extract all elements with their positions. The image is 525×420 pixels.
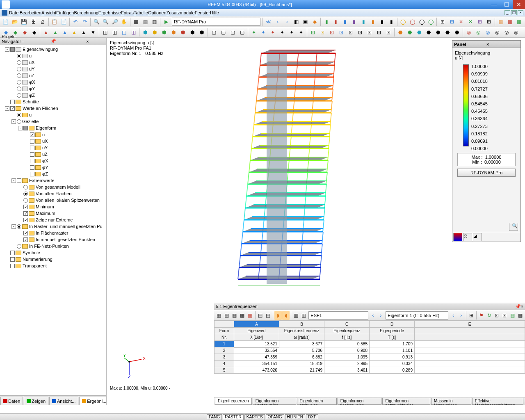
print-icon[interactable]: 🖨 <box>38 17 47 26</box>
view-1-icon[interactable]: ▦ <box>132 17 141 26</box>
tb2-12-icon[interactable]: ◫ <box>110 28 119 37</box>
results-form-dropdown[interactable]: Eigenform 1 (f : 0.585 Hz) <box>386 311 448 320</box>
rt-15-icon[interactable]: ⊡ <box>493 311 501 320</box>
tb2-27-icon[interactable]: ✦ <box>259 28 268 37</box>
tree-item[interactable]: u <box>0 52 106 59</box>
tree-item[interactable]: uZ <box>0 151 106 158</box>
navigator-tree[interactable]: -EigenschwingunguuXuYuZφXφYφZSchnitte-We… <box>0 45 106 395</box>
paste-icon[interactable]: 📄 <box>59 17 68 26</box>
tree-item[interactable]: u <box>0 131 106 138</box>
tb-x2-icon[interactable]: ▮ <box>387 17 396 26</box>
nav-tab-1[interactable]: Zeigen <box>24 397 48 405</box>
rt-16-icon[interactable]: ⊡ <box>501 311 508 320</box>
rt-13-icon[interactable]: ⚑ <box>478 311 485 320</box>
results-tab-6[interactable]: Effektive Modalmassenfaktoren <box>472 398 523 405</box>
panel-close-icon[interactable]: × <box>486 42 519 47</box>
tree-item[interactable]: -Extremwerte <box>0 177 106 184</box>
panel-tab-3-icon[interactable]: ◢ <box>473 233 482 241</box>
tree-item[interactable]: In Flächenraster <box>0 230 106 236</box>
rt-8-icon[interactable]: ◗ <box>274 311 282 320</box>
tree-item[interactable]: φY <box>0 164 106 171</box>
tb-x1-icon[interactable]: ▮ <box>378 17 387 26</box>
tb2-25-icon[interactable]: ▢ <box>237 28 247 37</box>
rt-next-icon[interactable]: › <box>377 311 384 320</box>
tb-m1-icon[interactable]: ⊞ <box>438 17 447 26</box>
panel-zoom-icon[interactable]: 🔍 <box>509 223 518 231</box>
tree-item[interactable]: Transparent <box>0 262 106 269</box>
tb-m3-icon[interactable]: ✕ <box>457 17 466 26</box>
tb2-51-icon[interactable]: ◎ <box>493 28 502 37</box>
tb2-46-icon[interactable]: ⬣ <box>443 28 452 37</box>
results-tab-2[interactable]: Eigenformen stabweise <box>297 398 337 405</box>
tb-end2-icon[interactable]: ▦ <box>506 17 515 26</box>
tree-item[interactable]: uY <box>0 144 106 151</box>
zoom-all-icon[interactable]: 🔎 <box>110 17 119 26</box>
tb2-43-icon[interactable]: ⬣ <box>415 28 424 37</box>
tb2-53-icon[interactable]: ◎ <box>511 28 520 37</box>
tb2-13-icon[interactable]: ◫ <box>119 28 128 37</box>
tb2-5-icon[interactable]: ▲ <box>41 28 50 37</box>
rt-6-icon[interactable]: ▤ <box>256 311 264 320</box>
menu-tabelle[interactable]: Tabelle <box>134 10 148 15</box>
panel-tab-2-icon[interactable]: ⚖ <box>463 233 472 241</box>
rt-prev2-icon[interactable]: ‹ <box>450 311 457 320</box>
menu-berechnung[interactable]: Berechnung <box>74 10 98 15</box>
tb2-40-icon[interactable]: ⊡ <box>384 28 393 37</box>
save-all-icon[interactable]: 🗄 <box>29 17 38 26</box>
tb2-18-icon[interactable]: ⬢ <box>169 28 178 37</box>
tree-item[interactable]: -Eigenschwingung <box>0 46 106 52</box>
tb2-41-icon[interactable]: ⬣ <box>396 28 405 37</box>
tb-orange-icon[interactable]: ◆ <box>310 17 320 26</box>
rt-14-icon[interactable]: ↻ <box>486 311 493 320</box>
navigator-pin-icon[interactable]: 📌 <box>36 39 71 44</box>
tb2-11-icon[interactable]: ◫ <box>100 28 110 37</box>
tb2-49-icon[interactable]: ◎ <box>474 28 483 37</box>
tb-cube-icon[interactable]: ◧ <box>292 17 301 26</box>
tree-item[interactable]: uY <box>0 66 106 72</box>
tb2-37-icon[interactable]: ⊡ <box>356 28 365 37</box>
results-pin-icon[interactable]: 📌 <box>515 304 521 309</box>
mdi-minimize-button[interactable]: _ <box>504 10 510 15</box>
tb2-33-icon[interactable]: ⊡ <box>318 28 327 37</box>
tb-p1-icon[interactable]: ▮ <box>350 17 359 26</box>
tree-item[interactable]: Von allen Flächen <box>0 190 106 197</box>
rt-1-icon[interactable]: ▦ <box>215 311 223 320</box>
status-kartes[interactable]: KARTES <box>244 414 265 420</box>
viewport-3d[interactable]: Eigenschwingung u [-] RF-DYNAM Pro FA1 E… <box>107 38 525 405</box>
tree-item[interactable]: φX <box>0 79 106 85</box>
tb2-52-icon[interactable]: ◎ <box>502 28 511 37</box>
tb2-9-icon[interactable]: ▲ <box>79 28 88 37</box>
panel-module-button[interactable]: RF-DYNAM Pro <box>457 169 516 177</box>
tree-item[interactable]: Nummerierung <box>0 256 106 262</box>
mdi-close-button[interactable]: × <box>518 10 523 15</box>
nav-tab-0[interactable]: Daten <box>0 397 23 405</box>
tb2-29-icon[interactable]: ✦ <box>278 28 287 37</box>
nav-next-icon[interactable]: › <box>283 17 292 26</box>
tb2-14-icon[interactable]: ◫ <box>129 28 138 37</box>
rt-3-icon[interactable]: ▦ <box>231 311 238 320</box>
tb2-39-icon[interactable]: ⊡ <box>374 28 383 37</box>
tree-item[interactable]: -Gezielte <box>0 118 106 125</box>
status-raster[interactable]: RASTER <box>223 414 244 420</box>
status-hlinien[interactable]: HLINIEN <box>285 414 305 420</box>
rt-7-icon[interactable]: ▤ <box>264 311 272 320</box>
tree-item[interactable]: φX <box>0 158 106 164</box>
nav-tab-2[interactable]: Ansicht... <box>49 397 78 405</box>
rt-5-icon[interactable]: ▦ <box>247 311 254 320</box>
results-case-dropdown[interactable]: ESF1 <box>308 311 368 320</box>
tree-item[interactable]: Symbole <box>0 249 106 256</box>
copy-icon[interactable]: 📋 <box>50 17 59 26</box>
tree-item[interactable]: uX <box>0 138 106 144</box>
tb2-21-icon[interactable]: ⬢ <box>197 28 206 37</box>
tree-item[interactable]: -Eigenform <box>0 125 106 131</box>
tb2-7-icon[interactable]: ▲ <box>60 28 69 37</box>
results-tab-0[interactable]: Eigenfrequenzen <box>215 398 252 405</box>
tree-item[interactable]: In manuell gesetzten Punkten <box>0 236 106 243</box>
open-file-icon[interactable]: 📂 <box>11 17 20 26</box>
tb-g1-icon[interactable]: ▮ <box>322 17 331 26</box>
menu-datei[interactable]: Datei <box>9 10 20 15</box>
tb2-20-icon[interactable]: ⬢ <box>188 28 197 37</box>
tree-item[interactable]: u <box>0 112 106 118</box>
pan-icon[interactable]: ✋ <box>120 17 129 26</box>
tb-m5-icon[interactable]: ⊞ <box>475 17 484 26</box>
